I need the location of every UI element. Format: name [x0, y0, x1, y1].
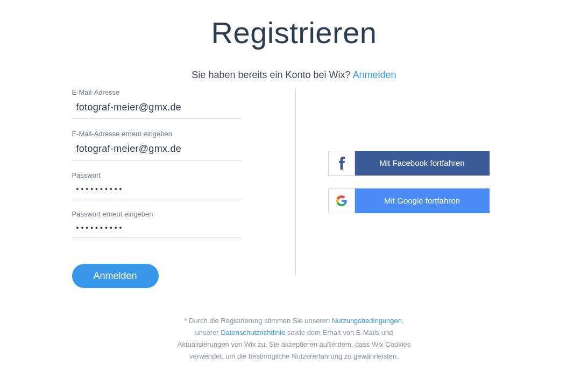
- submit-button[interactable]: Anmelden: [72, 264, 159, 288]
- social-panel: Mit Facebook fortfahren Mit Google fortf…: [328, 88, 516, 288]
- footer-text: * Durch die Registrierung stimmen Sie un…: [176, 315, 413, 362]
- terms-link[interactable]: Nutzungsbedingungen: [332, 317, 402, 325]
- google-label: Mit Google fortfahren: [355, 188, 490, 213]
- email-input[interactable]: [72, 99, 242, 119]
- facebook-label: Mit Facebook fortfahren: [355, 151, 490, 176]
- facebook-icon: [328, 151, 355, 176]
- email-confirm-input[interactable]: [72, 140, 242, 160]
- form-panel: E-Mail-Adresse E-Mail-Adresse erneut ein…: [72, 88, 263, 288]
- email-label: E-Mail-Adresse: [72, 88, 242, 96]
- subtitle-text: Sie haben bereits ein Konto bei Wix?: [192, 69, 352, 80]
- password-label: Passwort: [72, 171, 242, 179]
- google-icon: [328, 188, 355, 213]
- password-confirm-input[interactable]: [72, 220, 242, 238]
- password-confirm-label: Passwort erneut eingeben: [72, 210, 242, 218]
- privacy-link[interactable]: Datenschutzrichtlinie: [221, 328, 285, 337]
- password-input[interactable]: [72, 181, 242, 199]
- facebook-button[interactable]: Mit Facebook fortfahren: [328, 151, 490, 176]
- subtitle: Sie haben bereits ein Konto bei Wix? Anm…: [0, 69, 588, 81]
- email-confirm-label: E-Mail-Adresse erneut eingeben: [72, 130, 242, 138]
- signin-link[interactable]: Anmelden: [353, 69, 396, 80]
- vertical-divider: [295, 88, 296, 274]
- footer-t1: * Durch die Registrierung stimmen Sie un…: [184, 317, 332, 325]
- google-button[interactable]: Mit Google fortfahren: [328, 188, 490, 213]
- page-title: Registrieren: [0, 15, 588, 50]
